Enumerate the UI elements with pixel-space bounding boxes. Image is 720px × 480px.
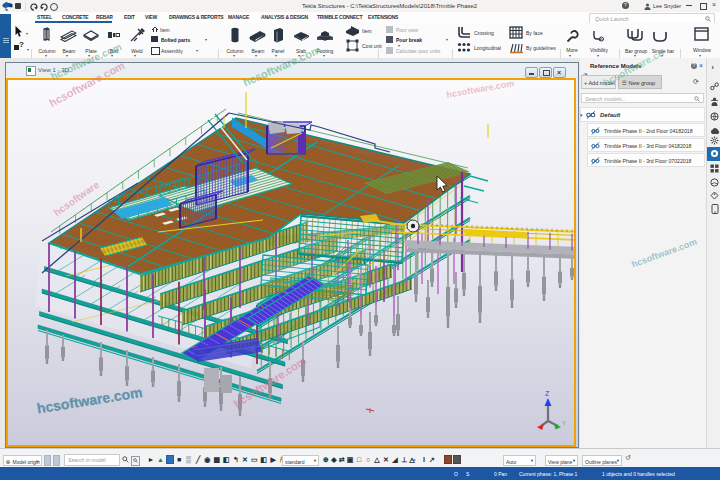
svg-text:Y: Y	[562, 420, 566, 426]
svg-text:Z: Z	[545, 390, 550, 397]
